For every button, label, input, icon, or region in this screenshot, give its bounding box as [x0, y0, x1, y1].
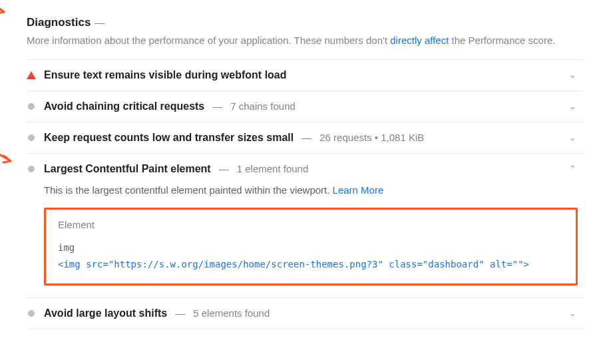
info-circle-icon	[27, 102, 36, 111]
dash-separator: —	[95, 17, 104, 28]
audit-webfont-title: Ensure text remains visible during webfo…	[44, 69, 287, 81]
chevron-down-icon: ⌄	[567, 101, 578, 111]
audit-requests: Keep request counts low and transfer siz…	[27, 122, 583, 154]
audit-requests-title: Keep request counts low and transfer siz…	[44, 132, 294, 144]
audit-cls-title: Avoid large layout shifts	[44, 307, 167, 319]
audit-lcp-body: This is the largest contentful element p…	[27, 175, 578, 288]
diagnostics-title: Diagnostics	[27, 16, 91, 29]
diagnostics-header: Diagnostics — More information about the…	[27, 11, 583, 59]
audit-webfont: Ensure text remains visible during webfo…	[27, 60, 583, 91]
annotation-arrow-icon	[0, 144, 16, 168]
audit-chaining-title: Avoid chaining critical requests	[44, 100, 204, 112]
chevron-down-icon: ⌄	[567, 308, 578, 318]
lcp-element-box: Element img <img src="https://s.w.org/im…	[44, 208, 578, 285]
audit-lcp-title: Largest Contentful Paint element	[44, 163, 211, 175]
diagnostics-audit-list: Ensure text remains visible during webfo…	[27, 59, 583, 329]
directly-affect-link[interactable]: directly affect	[390, 35, 449, 46]
diagnostics-description: More information about the performance o…	[27, 33, 555, 49]
info-circle-icon	[27, 309, 36, 318]
audit-requests-toggle[interactable]: Keep request counts low and transfer siz…	[27, 132, 578, 144]
info-circle-icon	[27, 133, 36, 142]
audit-cls-toggle[interactable]: Avoid large layout shifts — 5 elements f…	[27, 307, 578, 319]
element-node-label: img	[58, 242, 564, 253]
learn-more-link[interactable]: Learn More	[333, 184, 384, 196]
info-circle-icon	[27, 164, 36, 174]
chevron-down-icon: ⌄	[567, 70, 578, 80]
chevron-down-icon: ⌄	[567, 132, 578, 142]
audit-requests-meta: 26 requests • 1,081 KiB	[319, 132, 424, 143]
audit-chaining-meta: 7 chains found	[230, 100, 296, 112]
audit-lcp-meta: 1 element found	[237, 163, 309, 174]
audit-lcp: Largest Contentful Paint element — 1 ele…	[27, 154, 583, 298]
element-snippet: <img src="https://s.w.org/images/home/sc…	[58, 257, 564, 272]
audit-chaining-toggle[interactable]: Avoid chaining critical requests — 7 cha…	[27, 100, 578, 112]
element-label: Element	[58, 219, 564, 230]
annotation-arrow-icon	[0, 0, 9, 19]
warning-triangle-icon	[27, 71, 36, 80]
audit-lcp-description: This is the largest contentful element p…	[44, 184, 578, 196]
audit-cls: Avoid large layout shifts — 5 elements f…	[27, 298, 583, 329]
audit-cls-meta: 5 elements found	[193, 307, 270, 319]
chevron-up-icon: ⌃	[567, 164, 578, 174]
audit-chaining: Avoid chaining critical requests — 7 cha…	[27, 91, 583, 122]
audit-lcp-toggle[interactable]: Largest Contentful Paint element — 1 ele…	[27, 163, 578, 175]
audit-webfont-toggle[interactable]: Ensure text remains visible during webfo…	[27, 69, 578, 81]
